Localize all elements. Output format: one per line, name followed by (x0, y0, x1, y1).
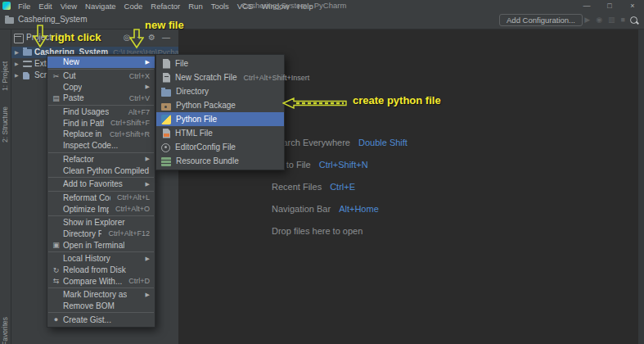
menu-item-compare-with-[interactable]: ⇆Compare With...Ctrl+D (47, 275, 155, 287)
menu-navigate[interactable]: Navigate (81, 2, 120, 11)
maximize-button[interactable]: □ (598, 0, 621, 11)
menu-item-label: Create Gist... (63, 315, 111, 324)
menu-separator (48, 105, 154, 106)
folder-icon (23, 49, 32, 56)
menu-item-label: Refactor (63, 155, 94, 164)
libraries-icon (23, 61, 32, 67)
menu-item-local-history[interactable]: Local History▶ (47, 253, 155, 265)
menu-separator (48, 191, 154, 192)
submenu-item-label: EditorConfig File (175, 143, 236, 152)
file-icon (163, 59, 170, 69)
menu-item-show-in-explorer[interactable]: Show in Explorer (47, 217, 155, 229)
menu-item-label: Add to Favorites (63, 179, 123, 188)
submenu-item-label: Python Package (176, 101, 236, 110)
menu-item-mark-directory-as[interactable]: Mark Directory as▶ (47, 289, 155, 301)
right-tool-window-bar (638, 11, 644, 344)
menu-item-directory-path[interactable]: Directory PathCtrl+Alt+F12 (47, 229, 155, 240)
menu-item-refactor[interactable]: Refactor▶ (47, 154, 155, 165)
window-controls: — □ × (575, 0, 644, 11)
menu-code[interactable]: Code (120, 2, 147, 11)
run-toolbar-icons: ▶◉▥■ (584, 16, 625, 24)
expand-arrow-icon[interactable]: ▶ (15, 47, 19, 58)
toolwindow-button-favorites[interactable]: Favorites (1, 317, 9, 344)
menu-separator (48, 69, 154, 70)
menu-item-find-usages[interactable]: Find UsagesAlt+F7 (47, 106, 155, 118)
menu-item-replace-in-path-[interactable]: Replace in Path...Ctrl+Shift+R (47, 129, 155, 140)
menu-item-shortcut: Ctrl+D (122, 277, 150, 285)
menu-separator (48, 312, 154, 313)
menu-separator (48, 152, 154, 153)
submenu-item-python-file[interactable]: Python File (156, 112, 284, 126)
settings-icon[interactable]: ⚙ (148, 33, 155, 42)
stop-icon[interactable]: ■ (621, 16, 625, 24)
submenu-item-directory[interactable]: Directory (156, 84, 284, 98)
hint-shortcut: Alt+Home (339, 204, 379, 214)
menu-tools[interactable]: Tools (207, 2, 233, 11)
menu-item-label: Compare With... (63, 277, 122, 286)
tool-window-bar: 1: Project2: StructureFavorites (0, 29, 11, 344)
menu-item-create-gist-[interactable]: ●Create Gist... (47, 314, 155, 325)
submenu-item-label: Resource Bundle (176, 156, 239, 165)
menu-item-remove-bom[interactable]: Remove BOM (47, 301, 155, 312)
menu-separator (48, 177, 154, 178)
menu-view[interactable]: View (56, 2, 81, 11)
submenu-item-python-package[interactable]: Python Package (156, 98, 284, 112)
menu-item-reload-from-disk[interactable]: ↻Reload from Disk (47, 265, 155, 276)
menu-item-new[interactable]: New▶ (47, 57, 155, 68)
menu-item-shortcut: Ctrl+Alt+L (110, 193, 150, 201)
menu-item-find-in-path-[interactable]: Find in Path...Ctrl+Shift+F (47, 117, 155, 129)
menu-item-open-in-terminal[interactable]: ▣Open in Terminal (47, 239, 155, 251)
shortcut-hint-recent-files: Recent FilesCtrl+E (272, 182, 408, 192)
close-button[interactable]: × (621, 0, 644, 11)
menu-refactor[interactable]: Refactor (146, 2, 184, 11)
menu-item-label: Copy (63, 83, 82, 92)
menu-item-paste[interactable]: ▤PasteCtrl+V (47, 93, 155, 104)
add-configuration-button[interactable]: Add Configuration... (499, 14, 583, 26)
github-icon: ● (51, 315, 61, 324)
menu-item-clean-python-compiled-files[interactable]: Clean Python Compiled Files (47, 165, 155, 176)
menu-item-add-to-favorites[interactable]: Add to Favorites▶ (47, 179, 155, 190)
toolwindow-button-1-project[interactable]: 1: Project (1, 61, 9, 91)
menu-run[interactable]: Run (184, 2, 206, 11)
new-submenu: FileNew Scratch FileCtrl+Alt+Shift+Inser… (155, 54, 285, 170)
menu-item-cut[interactable]: ✂CutCtrl+X (47, 70, 155, 82)
menu-item-shortcut: Ctrl+V (123, 94, 150, 102)
reload-icon: ↻ (51, 266, 61, 274)
pycharm-logo-icon (2, 2, 11, 10)
menu-item-optimize-imports[interactable]: Optimize ImportsCtrl+Alt+O (47, 203, 155, 215)
submenu-item-html-file[interactable]: HTML File (156, 126, 284, 140)
submenu-item-shortcut: Ctrl+Alt+Shift+Insert (237, 74, 310, 82)
menu-item-label: Open in Terminal (63, 241, 124, 250)
menu-item-label: Optimize Imports (63, 205, 109, 214)
menu-item-label: Find Usages (63, 107, 109, 116)
coverage-icon[interactable]: ▥ (608, 16, 615, 24)
editor-shortcut-hints: Search EverywhereDouble ShiftGo to FileC… (272, 138, 408, 236)
shortcut-hint-search-everywhere: Search EverywhereDouble Shift (272, 138, 408, 148)
minimize-button[interactable]: — (575, 0, 598, 11)
run-icon[interactable]: ▶ (584, 16, 590, 24)
menu-item-inspect-code-[interactable]: Inspect Code... (47, 140, 155, 152)
submenu-item-resource-bundle[interactable]: Resource Bundle (156, 154, 284, 168)
terminal-icon: ▣ (51, 241, 61, 249)
menu-item-reformat-code[interactable]: Reformat CodeCtrl+Alt+L (47, 192, 155, 204)
search-icon[interactable] (630, 16, 637, 24)
navigation-breadcrumb[interactable]: Cashering_System (18, 15, 87, 24)
submenu-item-label: Directory (176, 87, 209, 96)
annotation-new-file: new file (145, 19, 184, 31)
menu-item-copy[interactable]: Copy▶ (47, 81, 155, 93)
submenu-item-new-scratch-file[interactable]: New Scratch FileCtrl+Alt+Shift+Insert (156, 70, 284, 84)
expand-arrow-icon[interactable]: ▶ (15, 58, 19, 70)
menu-file[interactable]: File (14, 2, 34, 11)
submenu-item-file[interactable]: File (156, 57, 284, 70)
submenu-item-editorconfig-file[interactable]: EditorConfig File (156, 140, 284, 154)
hint-shortcut: Double Shift (358, 138, 408, 147)
menu-item-shortcut: Ctrl+Alt+F12 (101, 229, 150, 238)
expand-arrow-icon[interactable]: ▶ (15, 70, 19, 81)
submenu-item-label: Python File (176, 115, 217, 124)
debug-icon[interactable]: ◉ (596, 16, 602, 24)
resource-bundle-icon (161, 157, 171, 166)
menu-edit[interactable]: Edit (34, 2, 56, 11)
hide-icon[interactable]: — (162, 33, 170, 42)
toolwindow-button-2-structure[interactable]: 2: Structure (1, 106, 9, 143)
menu-item-label: Local History (63, 254, 110, 263)
